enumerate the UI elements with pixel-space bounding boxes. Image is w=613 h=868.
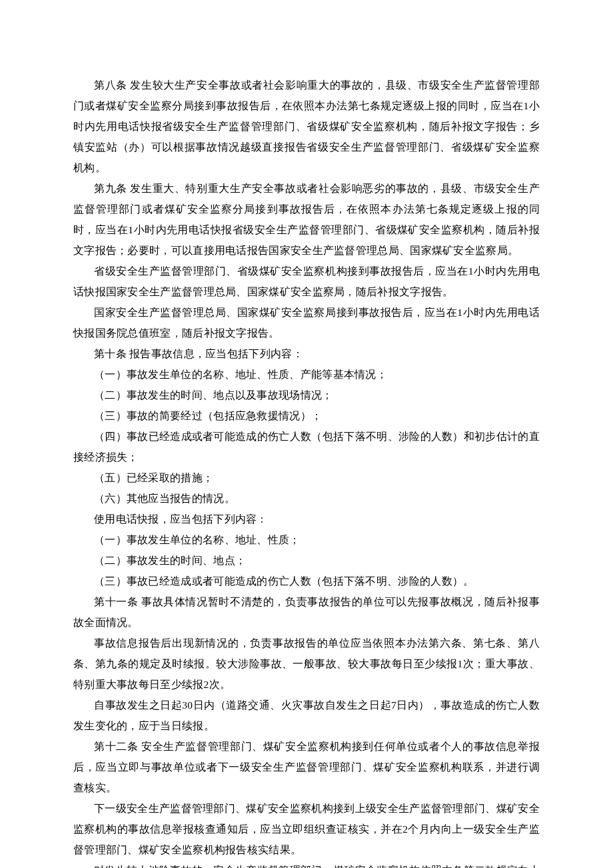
document-body: 第八条 发生较大生产安全事故或者社会影响重大的事故的，县级、市级安全生产监督管理… (73, 75, 540, 868)
paragraph: 下一级安全生产监督管理部门、煤矿安全监察机构接到上级安全生产监督管理部门、煤矿安… (73, 798, 540, 860)
paragraph: 对发生较大涉险事故的，安全生产监督管理部门、煤矿安全监察机构依照本条第二款规定向… (73, 860, 540, 868)
paragraph: （一）事故发生单位的名称、地址、性质、产能等基本情况； (73, 364, 540, 385)
paragraph: 第十一条 事故具体情况暂时不清楚的，负责事故报告的单位可以先报事故概况，随后补报… (73, 591, 540, 633)
paragraph: 事故信息报告后出现新情况的，负责事故报告的单位应当依照本办法第六条、第七条、第八… (73, 633, 540, 695)
paragraph: 第十条 报告事故信息，应当包括下列内容： (73, 343, 540, 364)
paragraph: （一）事故发生单位的名称、地址、性质； (73, 529, 540, 550)
paragraph: （三）事故的简要经过（包括应急救援情况）； (73, 405, 540, 426)
paragraph: 第十二条 安全生产监督管理部门、煤矿安全监察机构接到任何单位或者个人的事故信息举… (73, 736, 540, 798)
paragraph: 第九条 发生重大、特别重大生产安全事故或者社会影响恶劣的事故的，县级、市级安全生… (73, 178, 540, 261)
paragraph: （三）事故已经造成或者可能造成的伤亡人数（包括下落不明、涉险的人数）。 (73, 571, 540, 591)
paragraph: （四）事故已经造成或者可能造成的伤亡人数（包括下落不明、涉险的人数）和初步估计的… (73, 426, 540, 467)
paragraph: 自事故发生之日起30日内（道路交通、火灾事故自发生之日起7日内），事故造成的伤亡… (73, 695, 540, 736)
paragraph: （二）事故发生的时间、地点以及事故现场情况； (73, 385, 540, 405)
paragraph: 省级安全生产监督管理部门、省级煤矿安全监察机构接到事故报告后，应当在1小时内先用… (73, 261, 540, 302)
paragraph: 第八条 发生较大生产安全事故或者社会影响重大的事故的，县级、市级安全生产监督管理… (73, 75, 540, 178)
paragraph: 国家安全生产监督管理总局、国家煤矿安全监察局接到事故报告后，应当在1小时内先用电… (73, 302, 540, 343)
paragraph: 使用电话快报，应当包括下列内容： (73, 509, 540, 529)
paragraph: （六）其他应当报告的情况。 (73, 488, 540, 509)
paragraph: （五）已经采取的措施； (73, 467, 540, 488)
paragraph: （二）事故发生的时间、地点； (73, 550, 540, 571)
